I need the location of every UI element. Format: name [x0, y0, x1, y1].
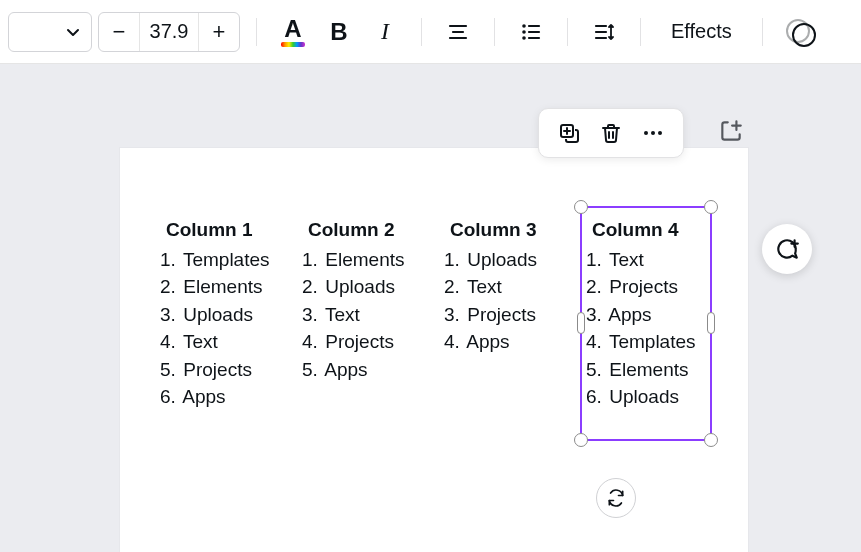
more-button[interactable] — [639, 119, 667, 147]
list-item: 4. Text — [160, 328, 280, 356]
text-color-letter: A — [284, 17, 301, 41]
font-size-stepper: − 37.9 + — [98, 12, 240, 52]
column-1[interactable]: Column 11. Templates2. Elements3. Upload… — [160, 216, 280, 411]
column-header: Column 1 — [160, 216, 280, 244]
list-item: 5. Elements — [586, 356, 706, 384]
list-item-text: Text — [462, 276, 502, 297]
list-number: 3. — [160, 301, 178, 329]
divider — [421, 18, 422, 46]
italic-button[interactable]: I — [365, 12, 405, 52]
effects-button[interactable]: Effects — [657, 12, 746, 52]
list-number: 1. — [586, 246, 604, 274]
list-item: 1. Templates — [160, 246, 280, 274]
duplicate-button[interactable] — [555, 119, 583, 147]
sync-icon — [606, 488, 626, 508]
list-item: 4. Templates — [586, 328, 706, 356]
font-size-decrease[interactable]: − — [99, 13, 139, 51]
divider — [494, 18, 495, 46]
list-item-text: Uploads — [178, 304, 253, 325]
list-number: 5. — [302, 356, 320, 384]
context-toolbar — [538, 108, 684, 158]
list-item: 1. Text — [586, 246, 706, 274]
list-item-text: Templates — [178, 249, 270, 270]
list-item: 1. Elements — [302, 246, 422, 274]
list-item: 6. Uploads — [586, 383, 706, 411]
list-number: 4. — [302, 328, 320, 356]
svg-point-1 — [522, 30, 526, 34]
list-item-text: Apps — [604, 304, 652, 325]
svg-point-6 — [658, 131, 662, 135]
list-item-text: Projects — [320, 331, 394, 352]
comment-fab[interactable] — [762, 224, 812, 274]
spacing-button[interactable] — [584, 12, 624, 52]
font-family-dropdown[interactable] — [8, 12, 92, 52]
svg-point-4 — [644, 131, 648, 135]
list-number: 4. — [160, 328, 178, 356]
list-button[interactable] — [511, 12, 551, 52]
list-item: 2. Uploads — [302, 273, 422, 301]
list-item-text: Elements — [604, 359, 688, 380]
list-item-text: Text — [178, 331, 218, 352]
list-number: 4. — [444, 328, 462, 356]
list-item: 4. Projects — [302, 328, 422, 356]
list-item-text: Apps — [178, 386, 226, 407]
divider — [567, 18, 568, 46]
comment-add-icon — [774, 236, 800, 262]
column-3[interactable]: Column 31. Uploads2. Text3. Projects4. A… — [444, 216, 564, 411]
divider — [256, 18, 257, 46]
sync-button[interactable] — [596, 478, 636, 518]
more-horizontal-icon — [641, 121, 665, 145]
list-number: 4. — [586, 328, 604, 356]
list-number: 1. — [444, 246, 462, 274]
column-header: Column 4 — [586, 216, 706, 244]
column-4[interactable]: Column 41. Text2. Projects3. Apps4. Temp… — [586, 216, 706, 411]
list-item: 3. Text — [302, 301, 422, 329]
add-page-icon — [718, 118, 744, 144]
list-item-text: Apps — [462, 331, 510, 352]
canvas-area[interactable]: Column 11. Templates2. Elements3. Upload… — [0, 64, 861, 552]
list-number: 1. — [302, 246, 320, 274]
delete-button[interactable] — [597, 119, 625, 147]
list-item: 6. Apps — [160, 383, 280, 411]
chevron-down-icon — [65, 24, 81, 40]
font-size-increase[interactable]: + — [199, 13, 239, 51]
add-page-button[interactable] — [718, 118, 746, 146]
list-item-text: Projects — [462, 304, 536, 325]
line-spacing-icon — [592, 20, 616, 44]
list-number: 2. — [160, 273, 178, 301]
list-item-text: Elements — [320, 249, 404, 270]
list-item-text: Text — [604, 249, 644, 270]
divider — [762, 18, 763, 46]
list-item: 5. Apps — [302, 356, 422, 384]
list-item: 4. Apps — [444, 328, 564, 356]
list-number: 3. — [302, 301, 320, 329]
list-number: 5. — [160, 356, 178, 384]
top-toolbar: − 37.9 + A B I Effects — [0, 0, 861, 64]
list-item: 3. Apps — [586, 301, 706, 329]
page[interactable]: Column 11. Templates2. Elements3. Upload… — [120, 148, 748, 552]
bold-button[interactable]: B — [319, 12, 359, 52]
list-item-text: Projects — [604, 276, 678, 297]
font-size-value[interactable]: 37.9 — [139, 13, 199, 51]
list-item-text: Uploads — [604, 386, 679, 407]
list-item-text: Apps — [320, 359, 368, 380]
list-item: 3. Uploads — [160, 301, 280, 329]
list-number: 6. — [586, 383, 604, 411]
text-color-button[interactable]: A — [273, 12, 313, 52]
list-item-text: Uploads — [320, 276, 395, 297]
list-item-text: Text — [320, 304, 360, 325]
bullet-list-icon — [519, 20, 543, 44]
column-header: Column 2 — [302, 216, 422, 244]
alignment-button[interactable] — [438, 12, 478, 52]
list-item: 5. Projects — [160, 356, 280, 384]
list-number: 1. — [160, 246, 178, 274]
list-item-text: Elements — [178, 276, 262, 297]
list-number: 6. — [160, 383, 178, 411]
list-number: 3. — [586, 301, 604, 329]
svg-point-5 — [651, 131, 655, 135]
duplicate-icon — [557, 121, 581, 145]
transparency-button[interactable] — [779, 12, 819, 52]
list-item-text: Projects — [178, 359, 252, 380]
list-item-text: Templates — [604, 331, 696, 352]
column-2[interactable]: Column 21. Elements2. Uploads3. Text4. P… — [302, 216, 422, 411]
